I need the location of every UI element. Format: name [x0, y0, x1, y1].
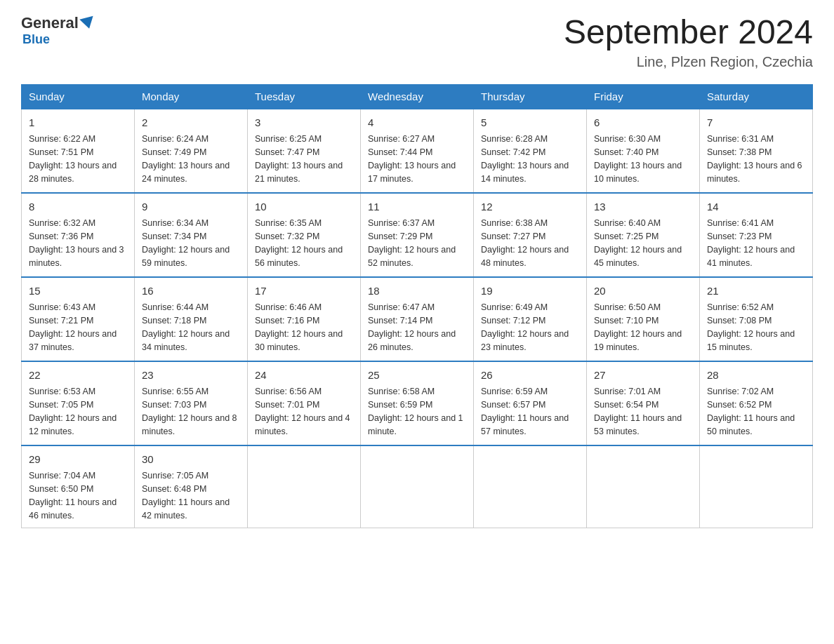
calendar-cell [700, 445, 813, 528]
header-friday: Friday [587, 84, 700, 109]
calendar-week-row: 29Sunrise: 7:04 AMSunset: 6:50 PMDayligh… [22, 445, 813, 528]
calendar-cell: 26Sunrise: 6:59 AMSunset: 6:57 PMDayligh… [474, 361, 587, 445]
day-info: Sunrise: 6:25 AMSunset: 7:47 PMDaylight:… [255, 134, 343, 183]
day-number: 14 [707, 199, 805, 215]
day-info: Sunrise: 6:24 AMSunset: 7:49 PMDaylight:… [142, 134, 230, 183]
day-number: 7 [707, 115, 805, 131]
calendar-cell: 9Sunrise: 6:34 AMSunset: 7:34 PMDaylight… [135, 193, 248, 277]
calendar-cell: 8Sunrise: 6:32 AMSunset: 7:36 PMDaylight… [22, 193, 135, 277]
day-info: Sunrise: 6:35 AMSunset: 7:32 PMDaylight:… [255, 218, 343, 267]
calendar-cell: 21Sunrise: 6:52 AMSunset: 7:08 PMDayligh… [700, 277, 813, 361]
calendar-table: SundayMondayTuesdayWednesdayThursdayFrid… [21, 84, 813, 529]
logo-blue-text: Blue [22, 32, 95, 47]
calendar-cell: 16Sunrise: 6:44 AMSunset: 7:18 PMDayligh… [135, 277, 248, 361]
day-info: Sunrise: 6:59 AMSunset: 6:57 PMDaylight:… [481, 387, 569, 436]
logo-general-text: General [21, 14, 79, 32]
day-info: Sunrise: 7:01 AMSunset: 6:54 PMDaylight:… [594, 387, 682, 436]
calendar-week-row: 15Sunrise: 6:43 AMSunset: 7:21 PMDayligh… [22, 277, 813, 361]
calendar-week-row: 1Sunrise: 6:22 AMSunset: 7:51 PMDaylight… [22, 109, 813, 193]
calendar-cell: 22Sunrise: 6:53 AMSunset: 7:05 PMDayligh… [22, 361, 135, 445]
header-saturday: Saturday [700, 84, 813, 109]
day-number: 13 [594, 199, 692, 215]
header-tuesday: Tuesday [248, 84, 361, 109]
day-number: 24 [255, 368, 353, 384]
day-number: 3 [255, 115, 353, 131]
calendar-cell: 14Sunrise: 6:41 AMSunset: 7:23 PMDayligh… [700, 193, 813, 277]
calendar-cell: 3Sunrise: 6:25 AMSunset: 7:47 PMDaylight… [248, 109, 361, 193]
calendar-cell: 25Sunrise: 6:58 AMSunset: 6:59 PMDayligh… [361, 361, 474, 445]
day-number: 29 [29, 452, 127, 468]
day-number: 28 [707, 368, 805, 384]
day-number: 30 [142, 452, 240, 468]
calendar-cell: 4Sunrise: 6:27 AMSunset: 7:44 PMDaylight… [361, 109, 474, 193]
day-number: 20 [594, 283, 692, 300]
calendar-cell [248, 445, 361, 528]
calendar-cell: 2Sunrise: 6:24 AMSunset: 7:49 PMDaylight… [135, 109, 248, 193]
calendar-week-row: 22Sunrise: 6:53 AMSunset: 7:05 PMDayligh… [22, 361, 813, 445]
calendar-cell: 13Sunrise: 6:40 AMSunset: 7:25 PMDayligh… [587, 193, 700, 277]
calendar-cell: 6Sunrise: 6:30 AMSunset: 7:40 PMDaylight… [587, 109, 700, 193]
day-number: 21 [707, 283, 805, 300]
page-header: General Blue September 2024 Line, Plzen … [21, 14, 813, 70]
calendar-cell: 17Sunrise: 6:46 AMSunset: 7:16 PMDayligh… [248, 277, 361, 361]
calendar-cell: 30Sunrise: 7:05 AMSunset: 6:48 PMDayligh… [135, 445, 248, 528]
day-info: Sunrise: 6:37 AMSunset: 7:29 PMDaylight:… [368, 218, 456, 267]
header-wednesday: Wednesday [361, 84, 474, 109]
day-number: 27 [594, 368, 692, 384]
day-info: Sunrise: 6:49 AMSunset: 7:12 PMDaylight:… [481, 302, 569, 351]
day-number: 10 [255, 199, 353, 215]
day-info: Sunrise: 6:40 AMSunset: 7:25 PMDaylight:… [594, 218, 682, 267]
calendar-cell: 20Sunrise: 6:50 AMSunset: 7:10 PMDayligh… [587, 277, 700, 361]
day-number: 12 [481, 199, 579, 215]
logo-triangle-icon [79, 16, 95, 31]
day-info: Sunrise: 6:55 AMSunset: 7:03 PMDaylight:… [142, 387, 237, 436]
calendar-cell [361, 445, 474, 528]
day-number: 19 [481, 283, 579, 300]
day-number: 16 [142, 283, 240, 300]
day-number: 8 [29, 199, 127, 215]
header-thursday: Thursday [474, 84, 587, 109]
day-number: 4 [368, 115, 466, 131]
day-number: 2 [142, 115, 240, 131]
calendar-cell: 18Sunrise: 6:47 AMSunset: 7:14 PMDayligh… [361, 277, 474, 361]
month-title: September 2024 [564, 14, 813, 51]
calendar-cell: 29Sunrise: 7:04 AMSunset: 6:50 PMDayligh… [22, 445, 135, 528]
calendar-cell: 1Sunrise: 6:22 AMSunset: 7:51 PMDaylight… [22, 109, 135, 193]
day-info: Sunrise: 6:22 AMSunset: 7:51 PMDaylight:… [29, 134, 117, 183]
day-number: 17 [255, 283, 353, 300]
day-info: Sunrise: 6:27 AMSunset: 7:44 PMDaylight:… [368, 134, 456, 183]
calendar-cell: 10Sunrise: 6:35 AMSunset: 7:32 PMDayligh… [248, 193, 361, 277]
title-block: September 2024 Line, Plzen Region, Czech… [564, 14, 813, 70]
calendar-cell: 11Sunrise: 6:37 AMSunset: 7:29 PMDayligh… [361, 193, 474, 277]
day-info: Sunrise: 6:47 AMSunset: 7:14 PMDaylight:… [368, 302, 456, 351]
day-info: Sunrise: 6:53 AMSunset: 7:05 PMDaylight:… [29, 387, 117, 436]
day-number: 25 [368, 368, 466, 384]
day-info: Sunrise: 6:44 AMSunset: 7:18 PMDaylight:… [142, 302, 230, 351]
calendar-cell: 19Sunrise: 6:49 AMSunset: 7:12 PMDayligh… [474, 277, 587, 361]
day-number: 15 [29, 283, 127, 300]
calendar-cell: 15Sunrise: 6:43 AMSunset: 7:21 PMDayligh… [22, 277, 135, 361]
day-info: Sunrise: 6:43 AMSunset: 7:21 PMDaylight:… [29, 302, 117, 351]
calendar-header-row: SundayMondayTuesdayWednesdayThursdayFrid… [22, 84, 813, 109]
day-info: Sunrise: 6:34 AMSunset: 7:34 PMDaylight:… [142, 218, 230, 267]
calendar-week-row: 8Sunrise: 6:32 AMSunset: 7:36 PMDaylight… [22, 193, 813, 277]
calendar-cell: 28Sunrise: 7:02 AMSunset: 6:52 PMDayligh… [700, 361, 813, 445]
day-info: Sunrise: 6:31 AMSunset: 7:38 PMDaylight:… [707, 134, 802, 183]
logo: General Blue [21, 14, 95, 47]
location-text: Line, Plzen Region, Czechia [564, 54, 813, 70]
day-number: 9 [142, 199, 240, 215]
day-number: 11 [368, 199, 466, 215]
calendar-cell: 7Sunrise: 6:31 AMSunset: 7:38 PMDaylight… [700, 109, 813, 193]
day-number: 22 [29, 368, 127, 384]
day-info: Sunrise: 6:28 AMSunset: 7:42 PMDaylight:… [481, 134, 569, 183]
day-number: 18 [368, 283, 466, 300]
calendar-cell: 23Sunrise: 6:55 AMSunset: 7:03 PMDayligh… [135, 361, 248, 445]
day-number: 1 [29, 115, 127, 131]
day-number: 23 [142, 368, 240, 384]
header-monday: Monday [135, 84, 248, 109]
calendar-cell: 5Sunrise: 6:28 AMSunset: 7:42 PMDaylight… [474, 109, 587, 193]
day-info: Sunrise: 6:32 AMSunset: 7:36 PMDaylight:… [29, 218, 124, 267]
day-number: 5 [481, 115, 579, 131]
calendar-cell [587, 445, 700, 528]
day-info: Sunrise: 6:58 AMSunset: 6:59 PMDaylight:… [368, 387, 463, 436]
